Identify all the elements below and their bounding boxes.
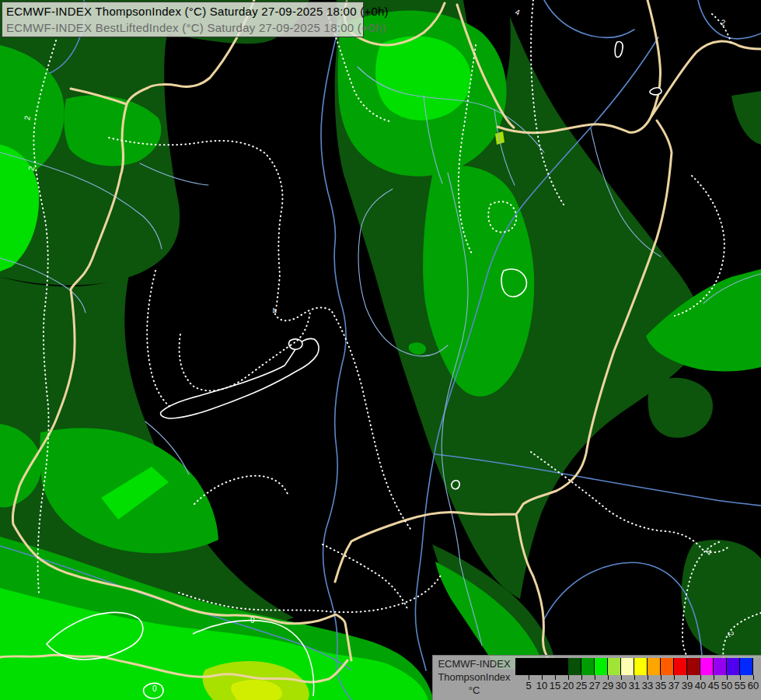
legend-cell-16	[727, 658, 740, 675]
legend-cell-6	[595, 658, 608, 675]
legend-cell-5	[581, 658, 595, 675]
legend: ECMWF-INDEX ThompsonIndex °C 51015202527…	[432, 655, 761, 700]
legend-cell-4	[568, 658, 581, 675]
legend-title-line1: ECMWF-INDEX	[433, 657, 515, 670]
legend-tick-values: 51015202527293031333537394045505560	[515, 680, 761, 692]
contour-label: 0	[250, 616, 255, 625]
weather-map: 224424200	[0, 0, 761, 700]
legend-cell-8	[621, 658, 634, 675]
contour-label: 0	[152, 684, 157, 693]
legend-cell-11	[661, 658, 674, 675]
legend-tick-value: 60	[745, 680, 761, 691]
legend-cell-13	[687, 658, 700, 675]
legend-titles: ECMWF-INDEX ThompsonIndex °C	[433, 657, 515, 697]
weather-map-screen: 224424200 ECMWF-INDEX ThompsonIndex (°C)…	[0, 0, 761, 700]
legend-cell-10	[648, 658, 661, 675]
legend-cell-15	[714, 658, 727, 675]
legend-cell-17	[740, 658, 753, 675]
legend-cell-2	[542, 658, 555, 675]
legend-title-line2: ThompsonIndex	[433, 670, 515, 684]
map-title-line2: ECMWF-INDEX BestLiftedIndex (°C) Saturda…	[2, 19, 363, 36]
legend-cell-7	[608, 658, 621, 675]
legend-cell-1	[529, 658, 542, 675]
map-title-box: ECMWF-INDEX ThompsonIndex (°C) Saturday …	[2, 2, 364, 37]
legend-cell-0	[515, 658, 529, 675]
legend-unit: °C	[433, 684, 515, 697]
map-title-line1: ECMWF-INDEX ThompsonIndex (°C) Saturday …	[2, 3, 363, 19]
legend-cell-9	[634, 658, 648, 675]
legend-cell-3	[555, 658, 568, 675]
legend-colorbar	[515, 658, 753, 675]
legend-cell-12	[674, 658, 687, 675]
legend-cell-14	[700, 658, 714, 675]
